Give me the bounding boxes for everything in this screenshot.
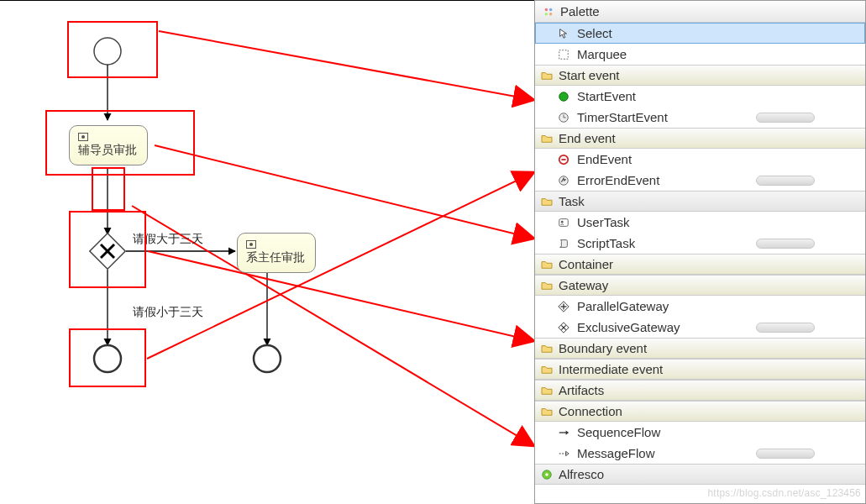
error-icon xyxy=(557,174,570,187)
timer-icon xyxy=(557,111,570,124)
marquee-icon xyxy=(557,48,570,61)
folder-icon xyxy=(540,258,554,271)
edge-label-lt3: 请假小于三天 xyxy=(133,305,203,320)
user-task-node-2[interactable]: 系主任审批 xyxy=(237,233,316,273)
exclusive-gateway-icon xyxy=(557,321,570,334)
folder-icon xyxy=(540,342,554,355)
svg-rect-7 xyxy=(559,50,569,59)
item-label: UserTask xyxy=(577,215,630,229)
item-label: MessageFlow xyxy=(577,446,655,460)
drag-handle-icon xyxy=(756,176,815,186)
item-label: Select xyxy=(577,26,612,40)
group-label: Artifacts xyxy=(559,383,604,397)
folder-icon xyxy=(540,69,554,82)
item-label: StartEvent xyxy=(577,89,636,103)
svg-point-4 xyxy=(549,8,553,11)
item-exclusive-gateway[interactable]: ExclusiveGateway xyxy=(535,317,865,338)
item-parallel-gateway[interactable]: ParallelGateway xyxy=(535,296,865,317)
user-task-icon xyxy=(246,240,256,249)
item-sequence-flow[interactable]: SequenceFlow xyxy=(535,422,865,443)
group-label: Intermediate event xyxy=(559,362,663,376)
palette-title: Palette xyxy=(560,4,600,18)
svg-point-26 xyxy=(545,473,548,476)
group-task[interactable]: Task xyxy=(535,191,865,212)
item-label: ParallelGateway xyxy=(577,299,669,313)
tool-marquee[interactable]: Marquee xyxy=(535,44,865,65)
item-end-event[interactable]: EndEvent xyxy=(535,149,865,170)
script-icon xyxy=(557,237,570,250)
callout-arrow-usertask xyxy=(155,145,534,239)
group-connection[interactable]: Connection xyxy=(535,401,865,422)
item-message-flow[interactable]: MessageFlow xyxy=(535,443,865,464)
callout-arrow-startevent xyxy=(159,31,534,100)
group-start-event[interactable]: Start event xyxy=(535,65,865,86)
group-alfresco[interactable]: Alfresco xyxy=(535,464,865,485)
item-label: Marquee xyxy=(577,47,627,61)
folder-icon xyxy=(540,195,554,208)
item-start-event[interactable]: StartEvent xyxy=(535,86,865,107)
group-label: Task xyxy=(559,194,585,208)
svg-rect-13 xyxy=(561,159,565,160)
svg-point-8 xyxy=(559,92,569,101)
callout-box-flow xyxy=(92,167,125,211)
group-container[interactable]: Container xyxy=(535,254,865,275)
diagram-canvas[interactable]: 辅导员审批 系主任审批 请假大于三天 请假小于三天 xyxy=(0,0,534,504)
svg-point-5 xyxy=(545,12,548,15)
group-label: End event xyxy=(559,131,616,145)
group-gateway[interactable]: Gateway xyxy=(535,275,865,296)
item-label: SequenceFlow xyxy=(577,425,660,439)
palette-panel: Palette Select Marquee Start event Start… xyxy=(534,0,866,504)
item-user-task[interactable]: UserTask xyxy=(535,212,865,233)
item-label: TimerStartEvent xyxy=(577,110,668,124)
folder-icon xyxy=(540,132,554,145)
user-task-icon xyxy=(557,216,570,229)
message-flow-icon xyxy=(557,447,570,460)
task-label: 系主任审批 xyxy=(246,250,305,265)
palette-icon xyxy=(542,5,555,18)
svg-point-3 xyxy=(545,8,548,11)
item-label: ScriptTask xyxy=(577,236,635,250)
group-boundary-event[interactable]: Boundary event xyxy=(535,338,865,359)
drag-handle-icon xyxy=(756,323,815,333)
item-label: EndEvent xyxy=(577,152,632,166)
pointer-icon xyxy=(557,27,570,40)
group-label: Container xyxy=(559,257,613,271)
parallel-gateway-icon xyxy=(557,300,570,313)
callout-box-start xyxy=(67,21,158,78)
sequence-flow-icon xyxy=(557,426,570,439)
folder-icon xyxy=(540,363,554,376)
item-error-end-event[interactable]: ErrorEndEvent xyxy=(535,170,865,191)
callout-box-gateway xyxy=(69,211,146,288)
group-label: Connection xyxy=(559,404,622,418)
group-end-event[interactable]: End event xyxy=(535,128,865,149)
end-event-icon xyxy=(557,153,570,166)
svg-point-6 xyxy=(549,12,553,15)
group-label: Gateway xyxy=(559,278,608,292)
callout-box-task1 xyxy=(45,110,195,176)
end-event-node-2[interactable] xyxy=(254,345,281,372)
group-label: Alfresco xyxy=(559,467,604,481)
drag-handle-icon xyxy=(756,113,815,123)
folder-icon xyxy=(540,279,554,292)
palette-header: Palette xyxy=(535,1,865,23)
group-label: Boundary event xyxy=(559,341,647,355)
tool-select[interactable]: Select xyxy=(535,23,865,44)
item-timer-start-event[interactable]: TimerStartEvent xyxy=(535,107,865,128)
drag-handle-icon xyxy=(756,449,815,459)
folder-icon xyxy=(540,405,554,418)
svg-rect-15 xyxy=(559,218,569,226)
callout-box-end xyxy=(69,328,146,387)
svg-point-16 xyxy=(561,220,564,223)
item-script-task[interactable]: ScriptTask xyxy=(535,233,865,254)
group-intermediate-event[interactable]: Intermediate event xyxy=(535,359,865,380)
folder-icon xyxy=(540,384,554,397)
app-root: 辅导员审批 系主任审批 请假大于三天 请假小于三天 Palette Sele xyxy=(0,0,866,504)
start-event-icon xyxy=(557,90,570,103)
alfresco-icon xyxy=(540,468,554,481)
drag-handle-icon xyxy=(756,239,815,249)
item-label: ExclusiveGateway xyxy=(577,320,680,334)
group-label: Start event xyxy=(559,68,620,82)
item-label: ErrorEndEvent xyxy=(577,173,659,187)
group-artifacts[interactable]: Artifacts xyxy=(535,380,865,401)
